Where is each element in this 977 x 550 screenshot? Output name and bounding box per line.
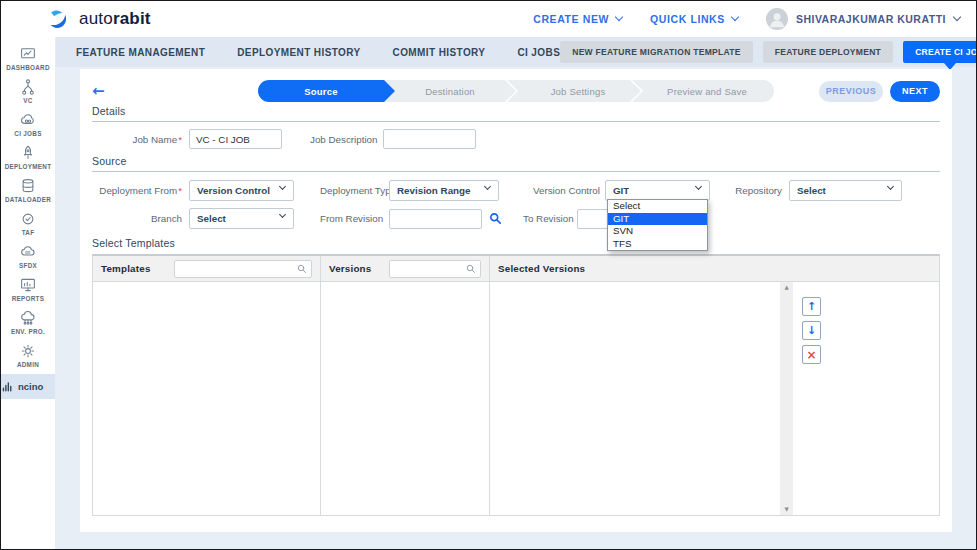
wizard-stepper: Source Destination Job Settings Preview … — [258, 80, 774, 102]
repository-label: Repository — [734, 185, 789, 196]
topbar-menus: CREATE NEW QUICK LINKS SHIVARAJKUMAR KUR… — [533, 8, 960, 30]
search-icon — [296, 263, 308, 275]
feature-deployment-button[interactable]: FEATURE DEPLOYMENT — [763, 41, 893, 63]
app-window: autorabit CREATE NEW QUICK LINKS SHIVARA… — [0, 0, 977, 550]
versions-column-header: Versions — [320, 256, 489, 281]
topbar: autorabit CREATE NEW QUICK LINKS SHIVARA… — [1, 1, 976, 37]
create-ci-job-panel: ← Source Destination Job Settings Previe… — [80, 69, 952, 532]
monitor-chart-icon — [19, 276, 37, 294]
move-down-button[interactable]: ↓ — [802, 321, 821, 340]
templates-list[interactable] — [93, 282, 320, 515]
step-job-settings[interactable]: Job Settings — [507, 80, 641, 102]
job-description-input[interactable] — [383, 129, 476, 149]
from-revision-label: From Revision — [320, 213, 389, 224]
cloud-dx-icon: DX — [19, 243, 37, 261]
dashboard-icon — [19, 45, 37, 63]
sidebar-item-taf[interactable]: TAF — [1, 206, 55, 239]
scroll-up-icon: ▲ — [784, 285, 788, 291]
deployment-type-select[interactable]: Revision Range — [389, 180, 499, 201]
create-ci-job-button[interactable]: CREATE CI JOB — [903, 41, 977, 63]
deployment-from-select[interactable]: Version Control — [189, 180, 294, 201]
repository-select[interactable]: Select — [789, 180, 902, 201]
next-button[interactable]: NEXT — [890, 81, 940, 102]
job-name-input[interactable] — [189, 129, 282, 149]
tab-ci-jobs[interactable]: CI JOBS — [517, 47, 560, 58]
quick-links-label: QUICK LINKS — [650, 13, 725, 25]
wizard-row: ← Source Destination Job Settings Previe… — [92, 79, 940, 103]
new-feature-migration-template-button[interactable]: NEW FEATURE MIGRATION TEMPLATE — [560, 41, 753, 63]
sidebar-item-sfdx[interactable]: DX SFDX — [1, 239, 55, 272]
sidebar-item-ncino[interactable]: ncino — [1, 374, 55, 399]
branch-select[interactable]: Select — [189, 208, 294, 229]
user-menu[interactable]: SHIVARAJKUMAR KURATTI — [766, 8, 960, 30]
wizard-nav-buttons: PREVIOUS NEXT — [819, 81, 940, 102]
back-arrow-button[interactable]: ← — [92, 84, 105, 99]
templates-table-body: ▲ ▼ ↑ ↓ × — [93, 282, 939, 515]
job-name-label: Job Name* — [92, 134, 189, 145]
selected-versions-column-header: Selected Versions — [489, 256, 939, 281]
details-heading: Details — [92, 105, 940, 122]
step-preview-and-save[interactable]: Preview and Save — [632, 80, 774, 102]
templates-search-input[interactable] — [174, 260, 312, 278]
cloud-gears-icon — [19, 111, 37, 129]
sidebar-item-ci-jobs[interactable]: CI JOBS — [1, 107, 55, 140]
gear-icon — [19, 342, 37, 360]
select-templates-table: Templates Versions — [92, 254, 940, 516]
scroll-down-icon: ▼ — [784, 507, 788, 513]
templates-table-header: Templates Versions — [93, 256, 939, 282]
autorabit-logo-icon — [45, 7, 70, 32]
versions-list[interactable] — [320, 282, 489, 515]
user-name: SHIVARAJKUMAR KURATTI — [796, 13, 946, 25]
revision-search-button[interactable] — [488, 211, 503, 226]
sidebar-item-deployment[interactable]: DEPLOYMENT — [1, 140, 55, 173]
from-revision-input[interactable] — [389, 209, 482, 229]
scrollbar[interactable]: ▲ ▼ — [780, 282, 793, 515]
required-mark: * — [178, 185, 182, 196]
sidebar-item-env-pro[interactable]: ENV. PRO. — [1, 305, 55, 338]
step-source[interactable]: Source — [258, 80, 384, 102]
brand-name: autorabit — [79, 9, 151, 29]
sidebar-item-reports[interactable]: REPORTS — [1, 272, 55, 305]
source-form-row-2: Branch Select From Revision To Revision — [92, 208, 940, 229]
remove-button[interactable]: × — [802, 345, 821, 364]
selected-versions-panel: ▲ ▼ ↑ ↓ × — [489, 282, 939, 515]
dropdown-option-select[interactable]: Select — [608, 200, 707, 213]
tab-deployment-history[interactable]: DEPLOYMENT HISTORY — [237, 47, 360, 58]
chevron-down-icon — [731, 13, 739, 21]
chevron-down-icon — [279, 183, 286, 190]
version-control-label: Version Control — [533, 185, 605, 196]
tab-commit-history[interactable]: COMMIT HISTORY — [393, 47, 486, 58]
autorabit-logo[interactable]: autorabit — [45, 7, 151, 32]
create-new-menu[interactable]: CREATE NEW — [533, 13, 622, 25]
templates-column-header: Templates — [93, 256, 320, 281]
selected-versions-list[interactable] — [490, 282, 780, 515]
quick-links-menu[interactable]: QUICK LINKS — [650, 13, 738, 25]
step-destination[interactable]: Destination — [384, 80, 516, 102]
avatar — [766, 8, 788, 30]
dropdown-option-tfs[interactable]: TFS — [608, 238, 707, 251]
version-control-select[interactable]: GIT Select GIT SVN TFS — [605, 180, 710, 201]
cloud-nodes-icon — [19, 309, 37, 327]
main-area: FEATURE MANAGEMENT DEPLOYMENT HISTORY CO… — [56, 37, 976, 549]
dropdown-option-svn[interactable]: SVN — [608, 225, 707, 238]
version-control-dropdown: Select GIT SVN TFS — [607, 199, 708, 251]
tab-feature-management[interactable]: FEATURE MANAGEMENT — [76, 47, 205, 58]
rocket-icon — [19, 144, 37, 162]
nav-tabs: FEATURE MANAGEMENT DEPLOYMENT HISTORY CO… — [76, 47, 560, 58]
chevron-down-icon — [953, 13, 961, 21]
source-heading: Source — [92, 155, 940, 172]
create-new-label: CREATE NEW — [533, 13, 609, 25]
previous-button[interactable]: PREVIOUS — [819, 81, 883, 102]
details-form-row: Job Name* Job Description — [92, 129, 940, 149]
active-step-arrow-icon — [384, 80, 395, 102]
version-control-branch-icon — [19, 78, 37, 96]
sidebar-item-dashboard[interactable]: DASHBOARD — [1, 41, 55, 74]
sidebar-item-dataloader[interactable]: DATALOADER — [1, 173, 55, 206]
sidebar-item-vc[interactable]: VC — [1, 74, 55, 107]
dropdown-option-git[interactable]: GIT — [608, 213, 707, 226]
chevron-down-icon — [615, 13, 623, 21]
move-up-button[interactable]: ↑ — [802, 297, 821, 316]
chevron-down-icon — [887, 183, 894, 190]
sidebar-item-admin[interactable]: ADMIN — [1, 338, 55, 371]
chevron-down-icon — [279, 211, 286, 218]
